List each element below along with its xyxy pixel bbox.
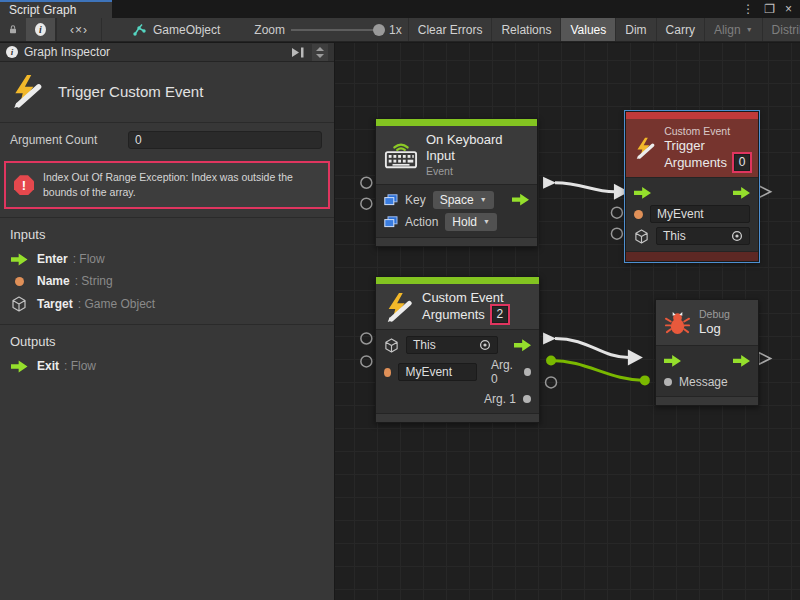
flow-out-port[interactable]	[512, 193, 529, 206]
target-field[interactable]: This	[656, 227, 750, 245]
action-dropdown[interactable]: Hold ▼	[445, 213, 497, 231]
port-keyboard-key[interactable]	[361, 177, 372, 188]
carry-button[interactable]: Carry	[657, 18, 705, 41]
info-icon: i	[35, 23, 46, 36]
port-trigger-target[interactable]	[611, 228, 622, 239]
node-trigger-custom-event[interactable]: Custom Event Trigger Arguments 0	[625, 111, 759, 262]
port-trigger-exit[interactable]	[759, 186, 771, 198]
custom-event-icon	[634, 134, 656, 162]
string-port-icon	[634, 210, 643, 219]
input-row-name: Name : String	[0, 270, 334, 292]
event-node-topbar	[376, 277, 539, 284]
node-debug-log[interactable]: Debug Log Message	[655, 299, 759, 406]
target-picker-icon[interactable]	[731, 230, 743, 242]
flow-in-port[interactable]	[634, 186, 651, 199]
event-node-topbar	[376, 119, 537, 126]
argument-count-input[interactable]	[128, 131, 322, 149]
node-header: Custom Event Trigger Arguments 0	[626, 119, 758, 177]
flow-out-port[interactable]	[514, 339, 531, 352]
node-body: MyEvent This	[626, 177, 758, 252]
port-event-arg1[interactable]	[546, 377, 557, 388]
port-event-name[interactable]	[361, 356, 372, 367]
port-row-name-arg0: MyEvent Arg. 0	[376, 356, 539, 388]
output-row-exit: Exit : Flow	[0, 355, 334, 377]
event-name-field[interactable]: MyEvent	[398, 363, 476, 381]
keycode-icon	[384, 194, 398, 206]
port-debug-exit[interactable]	[759, 352, 771, 364]
wire-keyboard-to-trigger[interactable]	[555, 183, 615, 192]
tab-script-graph[interactable]: Script Graph	[0, 0, 112, 18]
zoom-slider-track	[291, 29, 383, 31]
gameobject-cube-icon	[384, 338, 399, 353]
value-out-port[interactable]	[523, 395, 531, 403]
zoom-slider-handle[interactable]	[373, 24, 385, 36]
keyboard-input-icon	[384, 140, 418, 170]
panel-spinner[interactable]	[312, 44, 328, 61]
node-kind: Custom Event	[664, 125, 750, 138]
spinner-up-icon[interactable]	[316, 47, 324, 51]
flow-port-icon	[11, 360, 28, 373]
wire-event-to-debug[interactable]	[555, 338, 629, 357]
lock-button[interactable]	[0, 18, 26, 41]
node-on-keyboard-input[interactable]: On Keyboard Input Event Key Space ▼	[375, 118, 538, 247]
flow-out-port[interactable]	[733, 186, 750, 199]
code-view-button[interactable]: ‹×›	[56, 18, 102, 41]
arg1-label: Arg. 1	[484, 392, 516, 406]
port-event-target[interactable]	[361, 333, 372, 344]
zoom-slider[interactable]	[291, 18, 383, 41]
tab-strip: Script Graph ⋮ ❐ ×	[0, 0, 800, 18]
error-node-topbar	[626, 112, 758, 119]
port-trigger-name[interactable]	[611, 207, 622, 218]
spinner-down-icon[interactable]	[316, 54, 324, 58]
key-dropdown[interactable]: Space ▼	[433, 191, 494, 209]
value-port-connected[interactable]	[546, 355, 556, 365]
port-row-name: MyEvent	[626, 203, 758, 225]
node-custom-event[interactable]: Custom Event Arguments 2 This	[375, 276, 540, 423]
inspector-header-title: Graph Inspector	[24, 45, 110, 59]
graph-canvas[interactable]: On Keyboard Input Event Key Space ▼	[335, 43, 800, 600]
zoom-label: Zoom	[254, 18, 285, 41]
gameobject-context[interactable]: GameObject	[124, 18, 228, 41]
outputs-section-header: Outputs	[0, 325, 334, 355]
dock-panel-icon[interactable]	[290, 46, 306, 59]
value-in-port[interactable]	[664, 378, 672, 386]
chevron-down-icon: ▼	[746, 26, 753, 33]
unit-title-block: Trigger Custom Event	[0, 62, 334, 123]
close-icon[interactable]: ×	[785, 2, 792, 16]
argument-count-row: Argument Count	[0, 123, 334, 155]
flow-in-port[interactable]	[664, 354, 681, 367]
node-title: Custom Event	[422, 290, 508, 306]
target-picker-icon[interactable]	[479, 339, 491, 351]
input-row-enter: Enter : Flow	[0, 248, 334, 270]
relations-button[interactable]: Relations	[492, 18, 561, 41]
values-button[interactable]: Values	[561, 18, 616, 41]
value-port-connected[interactable]	[640, 375, 650, 385]
arguments-count-field[interactable]: 2	[492, 306, 508, 323]
value-out-port[interactable]	[524, 368, 531, 376]
menu-icon[interactable]: ⋮	[742, 2, 754, 16]
align-dropdown[interactable]: Align ▼	[705, 18, 763, 41]
gameobject-label: GameObject	[153, 23, 220, 37]
unity-visual-scripting-window: Script Graph ⋮ ❐ × i ‹×›	[0, 0, 800, 600]
event-name-field[interactable]: MyEvent	[650, 205, 750, 223]
inspector-toggle-button[interactable]: i	[26, 18, 56, 41]
flow-out-port[interactable]	[733, 354, 750, 367]
node-header: On Keyboard Input Event	[376, 126, 537, 184]
arguments-count-field[interactable]: 0	[734, 154, 750, 171]
distribute-dropdown[interactable]: Distribute ▼	[763, 18, 800, 41]
node-title: Log	[699, 321, 730, 337]
clear-errors-button[interactable]: Clear Errors	[409, 18, 493, 41]
tab-title: Script Graph	[9, 3, 76, 17]
port-row-arg1: Arg. 1	[376, 388, 539, 409]
dim-button[interactable]: Dim	[616, 18, 656, 41]
node-subtitle: Event	[426, 165, 529, 178]
target-field[interactable]: This	[406, 336, 498, 354]
info-icon: i	[6, 46, 18, 58]
exception-message-box: ! Index Out Of Range Exception: Index wa…	[4, 161, 330, 209]
keycode-icon	[384, 216, 398, 228]
port-keyboard-action[interactable]	[361, 198, 372, 209]
argument-count-label: Argument Count	[10, 133, 118, 147]
inputs-section-header: Inputs	[0, 218, 334, 248]
maximize-icon[interactable]: ❐	[764, 2, 775, 16]
chevron-down-icon: ▼	[480, 196, 487, 203]
